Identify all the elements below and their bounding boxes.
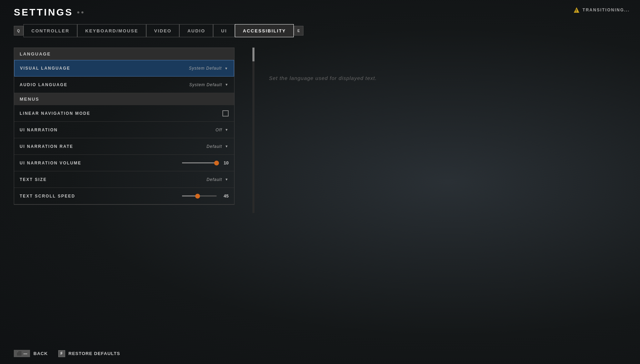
ui-narration-rate-value: Default ▼ (207, 144, 229, 149)
ui-narration-volume-fill (182, 162, 217, 163)
section-header-menus: MENUS (14, 93, 234, 105)
transitioning-badge: ! TRANSITIONING... (573, 7, 630, 13)
audio-language-value: System Default ▼ (189, 82, 229, 87)
section-header-language: LANGUAGE (14, 48, 234, 60)
transitioning-text: TRANSITIONING... (582, 8, 630, 12)
ui-narration-value: Off ▼ (216, 128, 229, 132)
setting-audio-language[interactable]: AUDIO LANGUAGE System Default ▼ (14, 77, 234, 93)
svg-text:!: ! (576, 9, 578, 13)
tab-keyboard-mouse[interactable]: KEYBOARD/MOUSE (77, 24, 146, 37)
page-title-area: SETTINGS (14, 7, 640, 18)
text-scroll-speed-label: TEXT SCROLL SPEED (20, 194, 75, 199)
text-scroll-speed-value: 45 (220, 193, 229, 199)
text-scroll-speed-thumb[interactable] (195, 194, 200, 199)
tab-navigation: Q CONTROLLER KEYBOARD/MOUSE VIDEO AUDIO … (14, 24, 640, 37)
description-panel: Set the language used for displayed text… (248, 48, 640, 350)
visual-language-value: System Default ▼ (189, 66, 228, 71)
main-container: SETTINGS Q CONTROLLER KEYBOARD/MOUSE VID… (14, 7, 640, 364)
setting-visual-language[interactable]: VISUAL LANGUAGE System Default ▼ (14, 60, 234, 77)
audio-language-label: AUDIO LANGUAGE (20, 82, 68, 87)
ui-narration-rate-label: UI NARRATION RATE (20, 144, 73, 149)
setting-text-scroll-speed[interactable]: TEXT SCROLL SPEED 45 (14, 188, 234, 204)
tab-accessibility[interactable]: ACCESSIBILITY (235, 24, 294, 37)
settings-panel: LANGUAGE VISUAL LANGUAGE System Default … (14, 48, 248, 350)
scrollbar-thumb[interactable] (252, 48, 254, 61)
text-size-value: Default ▼ (207, 177, 229, 182)
page-title: SETTINGS (14, 7, 73, 18)
scrollbar[interactable] (252, 48, 254, 213)
text-size-arrow: ▼ (225, 178, 229, 181)
ui-narration-volume-label: UI NARRATION VOLUME (20, 161, 81, 165)
tab-audio[interactable]: AUDIO (179, 24, 213, 37)
ui-narration-volume-value: 10 (220, 160, 229, 165)
ui-narration-volume-thumb[interactable] (214, 161, 219, 165)
tab-video[interactable]: VIDEO (146, 24, 179, 37)
setting-text-size[interactable]: TEXT SIZE Default ▼ (14, 171, 234, 188)
title-decoration (77, 11, 83, 13)
tab-controller[interactable]: CONTROLLER (23, 24, 77, 37)
visual-language-label: VISUAL LANGUAGE (20, 66, 70, 71)
linear-nav-checkbox[interactable] (222, 110, 229, 117)
ui-narration-label: UI NARRATION (20, 128, 58, 132)
ui-narration-volume-track[interactable] (182, 162, 217, 163)
audio-language-arrow: ▼ (225, 83, 229, 87)
dot-1 (77, 11, 79, 13)
warning-icon: ! (573, 7, 580, 13)
setting-ui-narration-rate[interactable]: UI NARRATION RATE Default ▼ (14, 138, 234, 155)
text-size-label: TEXT SIZE (20, 177, 47, 182)
dot-2 (81, 11, 83, 13)
ui-narration-arrow: ▼ (225, 128, 229, 132)
content-area: LANGUAGE VISUAL LANGUAGE System Default … (14, 48, 640, 350)
setting-linear-navigation[interactable]: LINEAR NAVIGATION MODE (14, 105, 234, 122)
settings-list: LANGUAGE VISUAL LANGUAGE System Default … (14, 48, 234, 205)
tab-key-q: Q (14, 26, 23, 36)
text-scroll-speed-slider-container: 45 (182, 193, 229, 199)
ui-narration-rate-arrow: ▼ (225, 144, 229, 148)
ui-narration-volume-slider-container: 10 (182, 160, 229, 165)
linear-nav-label: LINEAR NAVIGATION MODE (20, 111, 90, 116)
visual-language-arrow: ▼ (224, 67, 228, 70)
setting-ui-narration-volume[interactable]: UI NARRATION VOLUME 10 (14, 155, 234, 171)
tab-key-e: E (294, 26, 303, 36)
text-scroll-speed-track[interactable] (182, 195, 217, 196)
tab-ui[interactable]: UI (213, 24, 235, 37)
description-text: Set the language used for displayed text… (269, 75, 377, 81)
setting-ui-narration[interactable]: UI NARRATION Off ▼ (14, 122, 234, 138)
